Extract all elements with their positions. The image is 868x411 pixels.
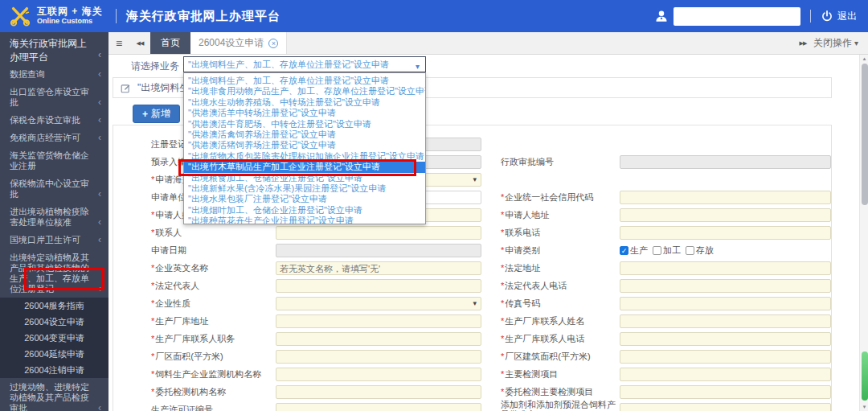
monitor-org-input[interactable]: [276, 368, 481, 381]
checkbox-production[interactable]: ✓: [620, 246, 628, 255]
close-operations-label: 关闭操作: [813, 36, 852, 50]
dropdown-option[interactable]: "出境水生动物养殖场、中转场注册登记"设立申请: [184, 97, 425, 108]
sidebar-item-26004-renew[interactable]: 26004延续申请: [0, 346, 108, 362]
scrollbar-down-icon[interactable]: ▾: [860, 403, 868, 411]
factory-contact-phone-input[interactable]: [620, 332, 831, 346]
field-label: 法定代表人电话: [505, 281, 567, 290]
business-select[interactable]: "出境饲料生产、加工、存放单位注册登记"设立申请 ▾: [183, 56, 426, 72]
field-label: 生产许可证编号: [151, 405, 213, 411]
required-mark: *: [151, 263, 154, 273]
dropdown-option[interactable]: "出境饲料生产、加工、存放单位注册登记"设立申请: [184, 76, 425, 86]
required-mark: *: [151, 281, 154, 290]
dropdown-option-selected[interactable]: "出境竹木草制品生产加工企业注册登记"设立申请: [184, 162, 425, 172]
hamburger-icon[interactable]: ≡: [108, 32, 129, 54]
legal-address-input[interactable]: [620, 261, 831, 275]
fax-input[interactable]: [620, 297, 831, 310]
dropdown-option[interactable]: "供港澳活禽饲养场注册登记"设立申请: [184, 129, 425, 140]
power-icon[interactable]: [821, 10, 833, 23]
dropdown-option[interactable]: "供港澳活羊中转场注册登记"设立申请: [184, 108, 425, 118]
dropdown-option[interactable]: "出境非食用动物产品生产、加工、存放单位注册登记"设立申请: [184, 86, 425, 97]
checkbox-label: 生产: [630, 245, 648, 257]
factory-contact-title-input[interactable]: [276, 332, 481, 346]
field-label: 联系电话: [505, 228, 540, 237]
vertical-scrollbar[interactable]: ▴ ▾: [859, 55, 868, 411]
chevron-left-icon: ‹: [98, 97, 101, 108]
applicant-address-input[interactable]: [620, 208, 831, 222]
building-area-input[interactable]: [620, 350, 831, 364]
checkbox-processing[interactable]: [653, 246, 661, 255]
sidebar-item-26004-guide[interactable]: 26004服务指南: [0, 298, 108, 314]
sidebar-item-data-query[interactable]: 数据查询 ‹: [0, 65, 108, 83]
required-mark: *: [501, 263, 504, 273]
dropdown-option[interactable]: "出境粮食加工、仓储企业注册登记"设立申请: [184, 173, 425, 183]
enterprise-nature-select[interactable]: ▾: [276, 297, 481, 310]
add-new-button[interactable]: + 新增: [133, 105, 180, 123]
english-name-input[interactable]: [276, 261, 481, 275]
customs-logo-icon: [8, 4, 32, 28]
business-select-label: 请选择业务：: [131, 60, 189, 73]
logout-button[interactable]: 退出: [837, 10, 857, 23]
scrollbar-thumb[interactable]: [862, 64, 868, 205]
sidebar-item-bonded-warehouse[interactable]: 保税仓库设立审批 ‹: [0, 111, 108, 129]
dropdown-option[interactable]: "出境新鲜水果(含冷冻水果)果园注册登记"设立申请: [184, 183, 425, 194]
entrust-org-input[interactable]: [276, 385, 481, 399]
factory-address-input[interactable]: [276, 314, 481, 328]
tab-home[interactable]: 首页: [150, 32, 190, 54]
field-label: 法定地址: [505, 263, 540, 273]
sidebar-item-exit-plants-registration[interactable]: 出境特定动植物及其产品和其他检疫物的生产、加工、存放单位注册登记 ‹: [0, 249, 108, 298]
field-label: 饲料生产企业监测机构名称: [155, 369, 261, 379]
factory-contact-name-input[interactable]: [620, 314, 831, 328]
close-tab-icon[interactable]: ×: [268, 39, 278, 48]
sidebar-item-26004-cancel[interactable]: 26004注销申请: [0, 362, 108, 378]
sidebar-root-item[interactable]: 海关行政审批网上办理平台 ‹: [0, 32, 108, 65]
field-label: 委托检测机构名称: [155, 387, 226, 397]
contact-person-input[interactable]: [276, 226, 481, 240]
sidebar-item-supervised-goods-storage[interactable]: 海关监管货物仓储企业注册: [0, 146, 108, 175]
sidebar-item-26004-change[interactable]: 26004变更申请: [0, 330, 108, 346]
dropdown-option[interactable]: "供港澳活牛育肥场、中转仓注册登记"设立申请: [184, 119, 425, 129]
chevron-left-icon: ‹: [98, 284, 101, 294]
username-box[interactable]: [674, 7, 800, 26]
scroll-tabs-right-icon[interactable]: ▶▶: [792, 32, 813, 54]
factory-area-input[interactable]: [276, 350, 481, 364]
chevron-left-icon: ‹: [98, 403, 101, 411]
main-test-items-input[interactable]: [620, 368, 831, 381]
sidebar-item-transit-animals[interactable]: 过境动物、进境特定动植物及其产品检疫审批 ‹: [0, 378, 108, 411]
dropdown-option[interactable]: "出境烟叶加工、仓储企业注册登记"设立申请: [184, 205, 425, 216]
approval-no-input: [620, 155, 831, 169]
credit-code-input[interactable]: [620, 191, 831, 204]
sidebar-item-quarantine-treatment-unit[interactable]: 进出境动植物检疫除害处理单位核准 ‹: [0, 203, 108, 231]
dropdown-option[interactable]: "供港澳活猪饲养场注册登记"设立申请: [184, 140, 425, 150]
entrust-test-items-input[interactable]: [620, 385, 831, 399]
dropdown-option[interactable]: "出境货物木质包装除害处理标识加施企业注册登记"设立申请: [184, 151, 425, 162]
required-mark: *: [151, 387, 154, 397]
sidebar-item-border-port-hygiene[interactable]: 国境口岸卫生许可 ‹: [0, 231, 108, 249]
checkbox-storage[interactable]: [686, 246, 694, 255]
form-row: *厂区面积(平方米) *厂区建筑面积(平方米): [113, 347, 831, 365]
tab-26004-setup[interactable]: 26004设立申请 ×: [190, 32, 287, 54]
business-select-value: "出境饲料生产、加工、存放单位注册登记"设立申请: [188, 60, 389, 69]
legal-rep-input[interactable]: [276, 279, 481, 293]
sidebar-item-26004-setup[interactable]: 26004设立申请: [0, 314, 108, 330]
app-header: 互联网 + 海关 Online Customs 海关行政审批网上办理平台 退出: [0, 0, 868, 32]
business-dropdown-list: "出境饲料生产、加工、存放单位注册登记"设立申请 "出境非食用动物产品生产、加工…: [183, 72, 426, 224]
scrollbar-thumb-green[interactable]: [862, 351, 868, 401]
sidebar-item-duty-free-shop[interactable]: 免税商店经营许可 ‹: [0, 129, 108, 146]
legal-rep-phone-input[interactable]: [620, 279, 831, 293]
dropdown-option[interactable]: "出境水果包装厂注册登记"设立申请: [184, 194, 425, 204]
dropdown-option[interactable]: "出境种苗花卉生产企业注册登记"设立申请: [184, 216, 425, 224]
additive-approval-input[interactable]: [620, 403, 831, 411]
sidebar-item-bonded-logistics-center[interactable]: 保税物流中心设立审批 ‹: [0, 175, 108, 203]
required-mark: *: [501, 245, 504, 255]
scrollbar-up-icon[interactable]: ▴: [860, 55, 868, 63]
close-operations-menu[interactable]: 关闭操作 ▾: [813, 32, 868, 54]
field-label: 生产厂库联系人电话: [505, 334, 584, 343]
sidebar-item-label: 海关监管货物仓储企业注册: [10, 150, 89, 171]
sidebar-item-export-warehouse[interactable]: 出口监管仓库设立审批 ‹: [0, 83, 108, 111]
chevron-left-icon: ‹: [98, 69, 101, 80]
chevron-left-icon: ‹: [98, 235, 101, 245]
scroll-tabs-left-icon[interactable]: ◀◀: [129, 32, 150, 54]
contact-phone-input[interactable]: [620, 226, 831, 240]
production-license-input[interactable]: [276, 403, 481, 411]
field-label: 委托检测主要检测项目: [505, 387, 593, 397]
